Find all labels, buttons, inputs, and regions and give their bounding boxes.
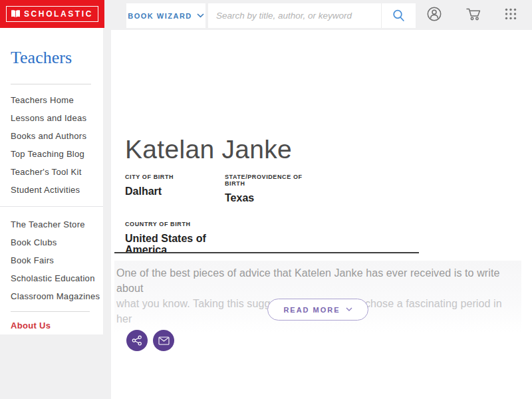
email-button[interactable] — [153, 330, 174, 351]
chevron-down-icon — [197, 13, 204, 18]
sidebar: Teachers Teachers Home Lessons and Ideas… — [0, 28, 103, 334]
sidebar-title-teachers[interactable]: Teachers — [11, 48, 103, 68]
social-buttons — [126, 330, 174, 351]
sidebar-item-about-us[interactable]: About Us — [11, 321, 103, 331]
sidebar-item-books-and-authors[interactable]: Books and Authors — [0, 127, 103, 145]
sidebar-item-teachers-home[interactable]: Teachers Home — [0, 91, 103, 109]
open-book-icon — [11, 10, 21, 18]
read-more-button[interactable]: READ MORE — [267, 299, 368, 321]
sidebar-divider-bottom — [11, 311, 90, 312]
author-birth-fields: CITY OF BIRTH Dalhart STATE/PROVIDENCE O… — [125, 174, 325, 255]
search-button[interactable] — [381, 3, 416, 28]
user-account-icon — [426, 5, 443, 23]
sidebar-item-book-fairs[interactable]: Book Fairs — [0, 251, 103, 269]
sidebar-divider-top — [11, 84, 91, 84]
sidebar-nav-secondary: The Teacher Store Book Clubs Book Fairs … — [0, 215, 103, 305]
sidebar-item-teachers-tool-kit[interactable]: Teacher's Tool Kit — [0, 163, 103, 181]
field-value: Dalhart — [125, 186, 225, 197]
scholastic-logo-box: SCHOLASTIC — [6, 6, 98, 22]
search-icon — [392, 9, 406, 23]
field-label: STATE/PROVIDENCE OF BIRTH — [225, 174, 325, 187]
sidebar-item-the-teacher-store[interactable]: The Teacher Store — [0, 215, 103, 233]
header-icon-group — [426, 0, 517, 28]
search-bar — [208, 3, 416, 28]
sidebar-item-classroom-magazines[interactable]: Classroom Magazines — [0, 287, 103, 305]
field-label: COUNTRY OF BIRTH — [125, 221, 211, 227]
email-icon — [158, 336, 170, 345]
share-button[interactable] — [126, 330, 148, 351]
sidebar-item-student-activities[interactable]: Student Activities — [0, 181, 103, 199]
shopping-cart-icon — [465, 6, 483, 22]
book-wizard-label: BOOK WIZARD — [128, 12, 192, 20]
sidebar-item-book-clubs[interactable]: Book Clubs — [0, 233, 103, 251]
field-state-of-birth: STATE/PROVIDENCE OF BIRTH Texas — [225, 174, 325, 203]
bio-divider — [114, 252, 419, 253]
apps-menu-button[interactable] — [504, 7, 517, 21]
sidebar-item-scholastic-education[interactable]: Scholastic Education — [0, 269, 103, 287]
main-content: Katelan Janke CITY OF BIRTH Dalhart STAT… — [111, 30, 532, 399]
sidebar-nav-primary: Teachers Home Lessons and Ideas Books an… — [0, 91, 103, 199]
read-more-label: READ MORE — [283, 306, 340, 314]
sidebar-divider-section — [0, 206, 103, 207]
chevron-down-icon — [346, 307, 352, 312]
field-city-of-birth: CITY OF BIRTH Dalhart — [125, 174, 225, 203]
scholastic-logo[interactable]: SCHOLASTIC — [0, 0, 104, 28]
author-name-title: Katelan Janke — [125, 135, 292, 164]
sidebar-item-lessons-and-ideas[interactable]: Lessons and Ideas — [0, 109, 103, 127]
field-country-of-birth: COUNTRY OF BIRTH United States of Americ… — [125, 221, 211, 255]
sidebar-item-top-teaching-blog[interactable]: Top Teaching Blog — [0, 145, 103, 163]
bio-line-1: One of the best pieces of advice that Ka… — [116, 265, 517, 296]
account-button[interactable] — [426, 5, 443, 23]
logo-text: SCHOLASTIC — [24, 9, 93, 19]
apps-grid-icon — [504, 7, 517, 21]
book-wizard-dropdown[interactable]: BOOK WIZARD — [126, 3, 205, 28]
field-value: Texas — [225, 192, 325, 203]
field-label: CITY OF BIRTH — [125, 174, 225, 180]
search-input[interactable] — [208, 3, 381, 28]
share-icon — [132, 335, 142, 346]
author-bio-excerpt: One of the best pieces of advice that Ka… — [114, 261, 521, 332]
cart-button[interactable] — [465, 6, 483, 22]
